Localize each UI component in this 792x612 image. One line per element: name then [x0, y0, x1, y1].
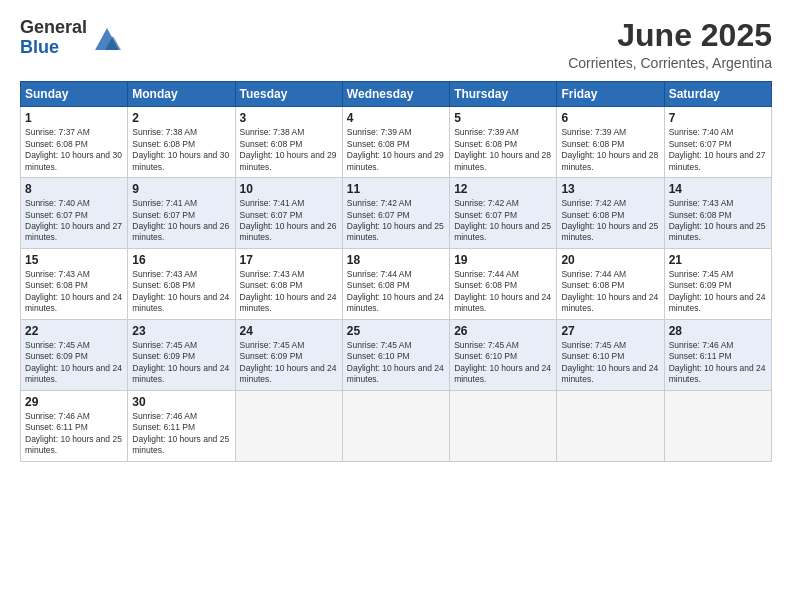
day-info: Sunrise: 7:43 AMSunset: 6:08 PMDaylight:…: [25, 269, 123, 315]
calendar-header-saturday: Saturday: [664, 82, 771, 107]
day-info: Sunrise: 7:38 AMSunset: 6:08 PMDaylight:…: [240, 127, 338, 173]
day-number: 14: [669, 182, 767, 196]
day-number: 15: [25, 253, 123, 267]
calendar-cell: 27Sunrise: 7:45 AMSunset: 6:10 PMDayligh…: [557, 319, 664, 390]
calendar-cell: 23Sunrise: 7:45 AMSunset: 6:09 PMDayligh…: [128, 319, 235, 390]
calendar-header-tuesday: Tuesday: [235, 82, 342, 107]
day-number: 7: [669, 111, 767, 125]
day-number: 16: [132, 253, 230, 267]
logo: General Blue: [20, 18, 123, 58]
calendar-cell: 16Sunrise: 7:43 AMSunset: 6:08 PMDayligh…: [128, 248, 235, 319]
calendar-cell: 7Sunrise: 7:40 AMSunset: 6:07 PMDaylight…: [664, 107, 771, 178]
logo-blue: Blue: [20, 38, 87, 58]
day-info: Sunrise: 7:43 AMSunset: 6:08 PMDaylight:…: [669, 198, 767, 244]
calendar-cell: 21Sunrise: 7:45 AMSunset: 6:09 PMDayligh…: [664, 248, 771, 319]
day-info: Sunrise: 7:45 AMSunset: 6:10 PMDaylight:…: [561, 340, 659, 386]
day-number: 1: [25, 111, 123, 125]
day-number: 20: [561, 253, 659, 267]
day-number: 3: [240, 111, 338, 125]
day-number: 12: [454, 182, 552, 196]
day-info: Sunrise: 7:40 AMSunset: 6:07 PMDaylight:…: [669, 127, 767, 173]
calendar-cell: 8Sunrise: 7:40 AMSunset: 6:07 PMDaylight…: [21, 178, 128, 249]
day-number: 9: [132, 182, 230, 196]
day-number: 27: [561, 324, 659, 338]
title-block: June 2025 Corrientes, Corrientes, Argent…: [568, 18, 772, 71]
day-number: 29: [25, 395, 123, 409]
calendar-cell: 24Sunrise: 7:45 AMSunset: 6:09 PMDayligh…: [235, 319, 342, 390]
day-number: 26: [454, 324, 552, 338]
calendar-week-row: 8Sunrise: 7:40 AMSunset: 6:07 PMDaylight…: [21, 178, 772, 249]
month-title: June 2025: [568, 18, 772, 53]
day-info: Sunrise: 7:39 AMSunset: 6:08 PMDaylight:…: [347, 127, 445, 173]
day-info: Sunrise: 7:43 AMSunset: 6:08 PMDaylight:…: [132, 269, 230, 315]
calendar-cell: 25Sunrise: 7:45 AMSunset: 6:10 PMDayligh…: [342, 319, 449, 390]
calendar-cell: [557, 390, 664, 461]
day-info: Sunrise: 7:39 AMSunset: 6:08 PMDaylight:…: [454, 127, 552, 173]
day-number: 5: [454, 111, 552, 125]
day-number: 2: [132, 111, 230, 125]
day-info: Sunrise: 7:46 AMSunset: 6:11 PMDaylight:…: [25, 411, 123, 457]
calendar-cell: 13Sunrise: 7:42 AMSunset: 6:08 PMDayligh…: [557, 178, 664, 249]
day-info: Sunrise: 7:42 AMSunset: 6:08 PMDaylight:…: [561, 198, 659, 244]
calendar-cell: [664, 390, 771, 461]
calendar-cell: [342, 390, 449, 461]
calendar-cell: 12Sunrise: 7:42 AMSunset: 6:07 PMDayligh…: [450, 178, 557, 249]
calendar-week-row: 22Sunrise: 7:45 AMSunset: 6:09 PMDayligh…: [21, 319, 772, 390]
calendar-cell: 9Sunrise: 7:41 AMSunset: 6:07 PMDaylight…: [128, 178, 235, 249]
day-info: Sunrise: 7:45 AMSunset: 6:09 PMDaylight:…: [240, 340, 338, 386]
calendar-cell: 18Sunrise: 7:44 AMSunset: 6:08 PMDayligh…: [342, 248, 449, 319]
day-info: Sunrise: 7:41 AMSunset: 6:07 PMDaylight:…: [240, 198, 338, 244]
calendar-cell: 26Sunrise: 7:45 AMSunset: 6:10 PMDayligh…: [450, 319, 557, 390]
calendar-header-friday: Friday: [557, 82, 664, 107]
calendar-cell: 6Sunrise: 7:39 AMSunset: 6:08 PMDaylight…: [557, 107, 664, 178]
calendar-cell: 22Sunrise: 7:45 AMSunset: 6:09 PMDayligh…: [21, 319, 128, 390]
logo-text: General Blue: [20, 18, 87, 58]
calendar-cell: 14Sunrise: 7:43 AMSunset: 6:08 PMDayligh…: [664, 178, 771, 249]
logo-icon: [91, 22, 123, 54]
day-info: Sunrise: 7:44 AMSunset: 6:08 PMDaylight:…: [561, 269, 659, 315]
calendar-cell: 29Sunrise: 7:46 AMSunset: 6:11 PMDayligh…: [21, 390, 128, 461]
calendar-cell: [235, 390, 342, 461]
calendar-cell: 2Sunrise: 7:38 AMSunset: 6:08 PMDaylight…: [128, 107, 235, 178]
calendar-cell: 15Sunrise: 7:43 AMSunset: 6:08 PMDayligh…: [21, 248, 128, 319]
calendar-cell: 1Sunrise: 7:37 AMSunset: 6:08 PMDaylight…: [21, 107, 128, 178]
calendar-cell: 11Sunrise: 7:42 AMSunset: 6:07 PMDayligh…: [342, 178, 449, 249]
calendar-cell: 4Sunrise: 7:39 AMSunset: 6:08 PMDaylight…: [342, 107, 449, 178]
calendar-week-row: 1Sunrise: 7:37 AMSunset: 6:08 PMDaylight…: [21, 107, 772, 178]
day-number: 6: [561, 111, 659, 125]
calendar-header-thursday: Thursday: [450, 82, 557, 107]
calendar-header-monday: Monday: [128, 82, 235, 107]
page: General Blue June 2025 Corrientes, Corri…: [0, 0, 792, 612]
day-info: Sunrise: 7:41 AMSunset: 6:07 PMDaylight:…: [132, 198, 230, 244]
day-info: Sunrise: 7:45 AMSunset: 6:09 PMDaylight:…: [132, 340, 230, 386]
day-info: Sunrise: 7:46 AMSunset: 6:11 PMDaylight:…: [669, 340, 767, 386]
calendar-cell: 19Sunrise: 7:44 AMSunset: 6:08 PMDayligh…: [450, 248, 557, 319]
day-number: 28: [669, 324, 767, 338]
day-info: Sunrise: 7:44 AMSunset: 6:08 PMDaylight:…: [347, 269, 445, 315]
subtitle: Corrientes, Corrientes, Argentina: [568, 55, 772, 71]
calendar-week-row: 29Sunrise: 7:46 AMSunset: 6:11 PMDayligh…: [21, 390, 772, 461]
day-number: 4: [347, 111, 445, 125]
calendar-cell: 17Sunrise: 7:43 AMSunset: 6:08 PMDayligh…: [235, 248, 342, 319]
day-info: Sunrise: 7:37 AMSunset: 6:08 PMDaylight:…: [25, 127, 123, 173]
calendar: SundayMondayTuesdayWednesdayThursdayFrid…: [20, 81, 772, 461]
day-number: 30: [132, 395, 230, 409]
logo-general: General: [20, 18, 87, 38]
calendar-week-row: 15Sunrise: 7:43 AMSunset: 6:08 PMDayligh…: [21, 248, 772, 319]
day-number: 22: [25, 324, 123, 338]
day-info: Sunrise: 7:40 AMSunset: 6:07 PMDaylight:…: [25, 198, 123, 244]
day-number: 10: [240, 182, 338, 196]
day-info: Sunrise: 7:42 AMSunset: 6:07 PMDaylight:…: [347, 198, 445, 244]
day-number: 21: [669, 253, 767, 267]
header: General Blue June 2025 Corrientes, Corri…: [20, 18, 772, 71]
day-info: Sunrise: 7:45 AMSunset: 6:10 PMDaylight:…: [347, 340, 445, 386]
calendar-cell: 3Sunrise: 7:38 AMSunset: 6:08 PMDaylight…: [235, 107, 342, 178]
day-info: Sunrise: 7:45 AMSunset: 6:09 PMDaylight:…: [25, 340, 123, 386]
day-info: Sunrise: 7:46 AMSunset: 6:11 PMDaylight:…: [132, 411, 230, 457]
calendar-header-wednesday: Wednesday: [342, 82, 449, 107]
day-number: 17: [240, 253, 338, 267]
day-number: 25: [347, 324, 445, 338]
calendar-cell: [450, 390, 557, 461]
day-info: Sunrise: 7:39 AMSunset: 6:08 PMDaylight:…: [561, 127, 659, 173]
calendar-cell: 10Sunrise: 7:41 AMSunset: 6:07 PMDayligh…: [235, 178, 342, 249]
